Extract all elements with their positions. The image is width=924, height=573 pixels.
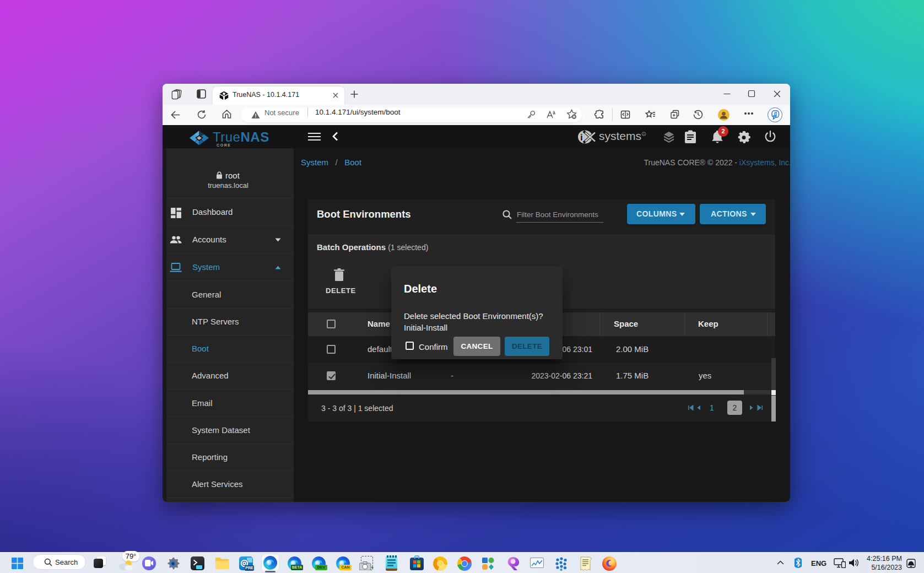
- svg-text:i: i: [580, 132, 583, 143]
